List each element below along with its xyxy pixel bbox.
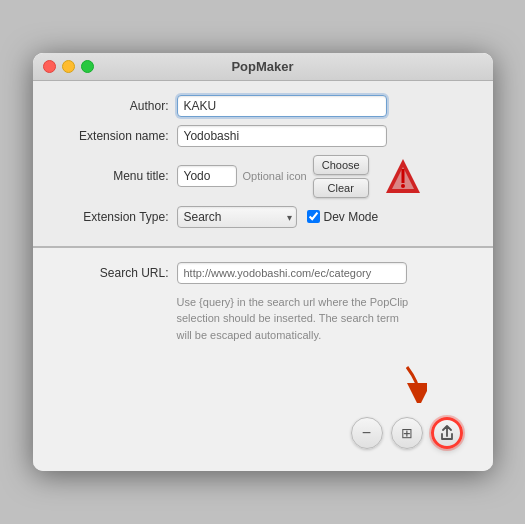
ext-name-row: Extension name: — [49, 125, 477, 147]
author-label: Author: — [49, 99, 169, 113]
close-button[interactable] — [43, 60, 56, 73]
bottom-bar: − ⊞ — [49, 409, 477, 457]
share-icon — [439, 425, 455, 441]
search-url-label: Search URL: — [49, 266, 169, 280]
dev-mode-text: Dev Mode — [324, 210, 379, 224]
lower-section: Search URL: Use {query} in the search ur… — [33, 248, 493, 472]
author-input[interactable] — [177, 95, 387, 117]
author-row: Author: — [49, 95, 477, 117]
form-section: Author: Extension name: Menu title: Opti… — [33, 81, 493, 247]
svg-point-3 — [401, 184, 405, 188]
maximize-button[interactable] — [81, 60, 94, 73]
minimize-button[interactable] — [62, 60, 75, 73]
menu-title-controls: Optional icon Choose Clear — [177, 155, 423, 198]
ext-type-controls: Search Paste URL Dev Mode — [177, 206, 379, 228]
minus-icon: − — [362, 424, 371, 442]
traffic-lights — [43, 60, 94, 73]
optional-icon-label: Optional icon — [243, 170, 307, 182]
duplicate-icon: ⊞ — [401, 425, 413, 441]
arrow-indicator — [49, 363, 427, 403]
search-url-row: Search URL: — [49, 262, 477, 284]
choose-clear-buttons: Choose Clear — [313, 155, 369, 198]
main-window: PopMaker Author: Extension name: Menu ti… — [33, 53, 493, 472]
ext-name-label: Extension name: — [49, 129, 169, 143]
dev-mode-label[interactable]: Dev Mode — [307, 210, 379, 224]
ext-type-select-wrapper: Search Paste URL — [177, 206, 297, 228]
choose-button[interactable]: Choose — [313, 155, 369, 175]
ext-type-select[interactable]: Search Paste URL — [177, 206, 297, 228]
duplicate-button[interactable]: ⊞ — [391, 417, 423, 449]
titlebar: PopMaker — [33, 53, 493, 81]
menu-title-row: Menu title: Optional icon Choose Clear — [49, 155, 477, 198]
window-title: PopMaker — [231, 59, 293, 74]
clear-button[interactable]: Clear — [313, 178, 369, 198]
icon-preview — [383, 156, 423, 196]
menu-title-input[interactable] — [177, 165, 237, 187]
menu-title-label: Menu title: — [49, 169, 169, 183]
share-button[interactable] — [431, 417, 463, 449]
search-url-input[interactable] — [177, 262, 407, 284]
ext-name-input[interactable] — [177, 125, 387, 147]
dev-mode-checkbox[interactable] — [307, 210, 320, 223]
ext-type-label: Extension Type: — [49, 210, 169, 224]
help-text: Use {query} in the search url where the … — [177, 294, 417, 344]
ext-type-row: Extension Type: Search Paste URL Dev Mod… — [49, 206, 477, 228]
remove-button[interactable]: − — [351, 417, 383, 449]
